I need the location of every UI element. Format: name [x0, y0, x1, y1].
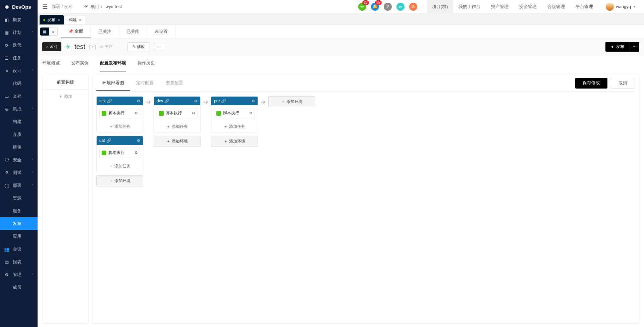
sidebar-item-管理[interactable]: ⚙管理˄: [0, 268, 38, 281]
task-row[interactable]: 脚本执行 ⚙: [99, 148, 140, 158]
chevron-icon: ˅: [32, 158, 34, 162]
task-row[interactable]: 脚本执行 ⚙: [157, 108, 198, 118]
back-button[interactable]: ‹ 返回: [42, 42, 61, 51]
task-icon: [102, 151, 106, 155]
block-icon[interactable]: ⊘: [409, 3, 417, 11]
page-title: test: [74, 43, 85, 51]
user-menu[interactable]: wangyq ▼: [602, 3, 639, 11]
sidebar-item-文档[interactable]: ▭文档: [0, 90, 38, 103]
sidebar-sub-发布[interactable]: 发布: [0, 217, 38, 230]
sidebar-sub-构建[interactable]: 构建: [0, 115, 38, 128]
add-env-button[interactable]: ＋ 添加环境: [211, 136, 258, 147]
gear-icon[interactable]: ⚙: [137, 139, 140, 143]
gear-icon[interactable]: ⚙: [194, 99, 198, 103]
save-button[interactable]: 保存修改: [575, 78, 607, 89]
sidebar-item-设计[interactable]: ✕设计˅: [0, 64, 38, 77]
add-env-button[interactable]: ＋ 添加环境: [268, 96, 315, 107]
add-task-button[interactable]: ＋ 添加任务: [211, 121, 258, 132]
gear-icon[interactable]: ⚙: [249, 111, 253, 115]
filter-tab-全部[interactable]: 📌全部: [61, 25, 91, 38]
task-row[interactable]: 脚本执行 ⚙: [214, 108, 255, 118]
task-row[interactable]: 脚本执行 ⚙: [99, 108, 140, 118]
top-link-合版管理[interactable]: 合版管理: [542, 0, 570, 13]
top-link-安全管理[interactable]: 安全管理: [514, 0, 542, 13]
sidebar-label: 迭代: [13, 42, 21, 48]
doc-tab-构建[interactable]: 构建✕: [65, 15, 85, 24]
sidebar-item-部署[interactable]: ◯部署˄: [0, 179, 38, 192]
env-tab-环境部署图[interactable]: 环境部署图: [96, 76, 130, 91]
sidebar-item-测试[interactable]: ⚗测试˅: [0, 166, 38, 179]
sidebar-sub-镜像[interactable]: 镜像: [0, 141, 38, 154]
sidebar-sub-成员[interactable]: 成员: [0, 281, 38, 294]
breadcrumb-a[interactable]: 部署: [52, 4, 60, 9]
task-icon: [159, 111, 164, 116]
env-header[interactable]: uat 🔗 ⚙: [97, 136, 143, 145]
add-task-button[interactable]: ＋ 添加任务: [97, 161, 143, 172]
env-tab-定时配置[interactable]: 定时配置: [130, 76, 160, 91]
gear-icon[interactable]: ⚙: [137, 99, 140, 103]
publish-more-button[interactable]: ⋯: [630, 42, 639, 52]
gear-icon[interactable]: ⚙: [135, 151, 138, 155]
add-task-button[interactable]: ＋ 添加任务: [97, 121, 143, 132]
gear-icon[interactable]: ⚙: [192, 111, 195, 115]
view-grid-icon[interactable]: ▦: [40, 28, 49, 36]
sidebar-label: 代码: [13, 80, 21, 87]
add-task-button[interactable]: ＋ 添加任务: [154, 121, 200, 132]
gear-icon[interactable]: ⚙: [135, 111, 138, 115]
close-icon[interactable]: ✕: [57, 18, 60, 22]
cancel-button[interactable]: 取消: [611, 78, 635, 89]
view-list-icon[interactable]: ≡: [49, 28, 58, 36]
top-link-平台管理[interactable]: 平台管理: [570, 0, 598, 13]
sidebar-sub-服务[interactable]: 服务: [0, 205, 38, 217]
env-column: test 🔗 ⚙ 脚本执行 ⚙ ＋ 添加任务 uat 🔗 ⚙ 脚本执行 ⚙ ＋ …: [96, 96, 143, 186]
breadcrumb[interactable]: 部署 / 发布: [52, 4, 73, 10]
sec-tab-环境概览[interactable]: 环境概览: [42, 55, 60, 71]
breadcrumb-b[interactable]: 发布: [64, 4, 73, 9]
topbar: ☰ 部署 / 发布 👁 项目：wyq-test ☷25 🔔35 ? ∞ ⊘ 项目…: [38, 0, 644, 13]
env-header[interactable]: dev 🔗 ⚙: [154, 97, 200, 105]
hamburger-icon[interactable]: ☰: [42, 3, 48, 10]
close-icon[interactable]: ✕: [79, 18, 82, 22]
sidebar-item-计划[interactable]: ▦计划˅: [0, 26, 38, 39]
sidebar-label: 任务: [13, 55, 21, 61]
more-button[interactable]: ⋯: [154, 43, 164, 51]
env-header[interactable]: pre 🔗 ⚙: [211, 97, 258, 105]
link-icon[interactable]: ∞: [396, 3, 405, 11]
edit-button[interactable]: ✎ 修改: [127, 42, 150, 51]
sidebar-item-概要[interactable]: ◧概要: [0, 13, 38, 26]
project-selector[interactable]: 👁 项目：wyq-test: [84, 4, 122, 10]
meta-bracket[interactable]: [ + ]: [89, 45, 96, 49]
sidebar-sub-应用[interactable]: 应用: [0, 230, 38, 243]
add-env-button[interactable]: ＋ 添加环境: [96, 175, 143, 186]
add-env-button[interactable]: ＋ 添加环境: [154, 136, 201, 147]
sec-tab-发布实例[interactable]: 发布实例: [71, 55, 89, 71]
help-icon[interactable]: ?: [384, 3, 392, 11]
prebuild-add[interactable]: ＋ 添加: [43, 90, 88, 104]
filter-tab-已关闭[interactable]: 已关闭: [119, 25, 147, 38]
sidebar-item-任务[interactable]: ☰任务: [0, 52, 38, 64]
star-icon[interactable]: ☆ 关注: [100, 44, 113, 50]
doc-tab-发布[interactable]: 发布✕: [40, 15, 64, 24]
env-header[interactable]: test 🔗 ⚙: [97, 97, 143, 105]
publish-button[interactable]: ✈ 发布: [605, 42, 630, 52]
filter-tab-已关注[interactable]: 已关注: [91, 25, 119, 38]
sidebar-item-安全[interactable]: 🛡安全˅: [0, 154, 38, 166]
sec-tab-配置发布环境[interactable]: 配置发布环境: [100, 55, 126, 71]
gear-icon[interactable]: ⚙: [252, 99, 255, 103]
sidebar-item-报表[interactable]: ▤报表: [0, 256, 38, 268]
notif-green-icon[interactable]: ☷25: [358, 3, 366, 11]
sidebar-item-代码[interactable]: 代码: [0, 77, 38, 90]
sidebar-sub-介质[interactable]: 介质: [0, 128, 38, 141]
env-tab-变量配置[interactable]: 变量配置: [160, 76, 189, 91]
sidebar-label: 会议: [13, 246, 21, 252]
sidebar-item-会议[interactable]: 👥会议: [0, 243, 38, 256]
top-link-项目(群)[interactable]: 项目(群): [427, 0, 453, 13]
sec-tab-操作历史[interactable]: 操作历史: [138, 55, 155, 71]
sidebar-sub-资源[interactable]: 资源: [0, 192, 38, 205]
top-link-投产管理[interactable]: 投产管理: [486, 0, 514, 13]
sidebar-item-迭代[interactable]: ⟳迭代: [0, 39, 38, 52]
filter-tab-未设置[interactable]: 未设置: [147, 25, 175, 38]
sidebar-item-集成[interactable]: ⊕集成˄: [0, 103, 38, 115]
top-link-我的工作台[interactable]: 我的工作台: [453, 0, 486, 13]
notif-bell-icon[interactable]: 🔔35: [371, 3, 379, 11]
